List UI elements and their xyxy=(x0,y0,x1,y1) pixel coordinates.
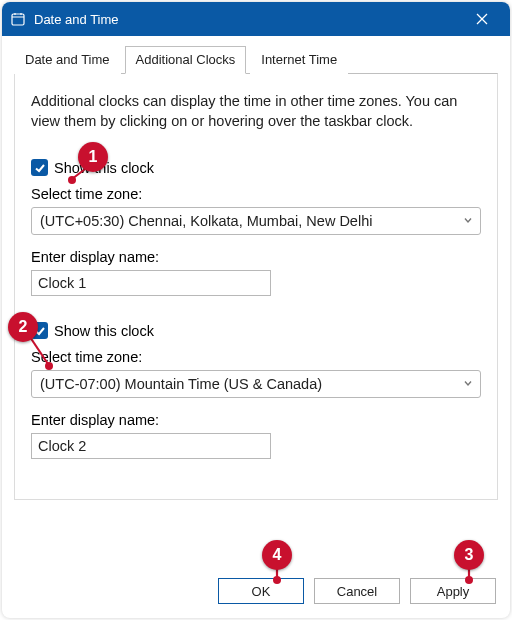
annotation-badge-1: 1 xyxy=(78,142,108,172)
ok-button[interactable]: OK xyxy=(218,578,304,604)
tab-internet-time[interactable]: Internet Time xyxy=(250,46,348,74)
name-label-2: Enter display name: xyxy=(31,412,481,428)
annotation-badge-3: 3 xyxy=(454,540,484,570)
intro-text: Additional clocks can display the time i… xyxy=(31,92,481,131)
window-title: Date and Time xyxy=(34,12,460,27)
annotation-dot xyxy=(273,576,281,584)
annotation-dot xyxy=(45,362,53,370)
tz-select-2-value: (UTC-07:00) Mountain Time (US & Canada) xyxy=(40,376,322,392)
show-clock-2-label: Show this clock xyxy=(54,323,154,339)
show-clock-1-checkbox[interactable] xyxy=(31,159,48,176)
annotation-badge-4: 4 xyxy=(262,540,292,570)
clock-group-1: Show this clock Select time zone: (UTC+0… xyxy=(31,159,481,296)
window: Date and Time Date and Time Additional C… xyxy=(2,2,510,618)
name-label-1: Enter display name: xyxy=(31,249,481,265)
tz-select-2[interactable]: (UTC-07:00) Mountain Time (US & Canada) xyxy=(31,370,481,398)
close-button[interactable] xyxy=(460,2,504,36)
tab-additional-clocks[interactable]: Additional Clocks xyxy=(125,46,247,74)
tz-label-2: Select time zone: xyxy=(31,349,481,365)
chevron-down-icon xyxy=(462,376,474,392)
name-input-1[interactable]: Clock 1 xyxy=(31,270,271,296)
clock-group-2: Show this clock Select time zone: (UTC-0… xyxy=(31,322,481,459)
svg-rect-0 xyxy=(12,14,24,25)
cancel-button[interactable]: Cancel xyxy=(314,578,400,604)
titlebar: Date and Time xyxy=(2,2,510,36)
tz-label-1: Select time zone: xyxy=(31,186,481,202)
annotation-dot xyxy=(465,576,473,584)
clock-icon xyxy=(8,9,28,29)
tab-panel: Additional clocks can display the time i… xyxy=(14,73,498,500)
annotation-badge-2: 2 xyxy=(8,312,38,342)
apply-button[interactable]: Apply xyxy=(410,578,496,604)
tz-select-1[interactable]: (UTC+05:30) Chennai, Kolkata, Mumbai, Ne… xyxy=(31,207,481,235)
name-input-2[interactable]: Clock 2 xyxy=(31,433,271,459)
tz-select-1-value: (UTC+05:30) Chennai, Kolkata, Mumbai, Ne… xyxy=(40,213,372,229)
tab-strip: Date and Time Additional Clocks Internet… xyxy=(2,36,510,74)
annotation-dot xyxy=(68,176,76,184)
chevron-down-icon xyxy=(462,213,474,229)
dialog-buttons: OK Cancel Apply xyxy=(218,578,496,604)
tab-date-and-time[interactable]: Date and Time xyxy=(14,46,121,74)
